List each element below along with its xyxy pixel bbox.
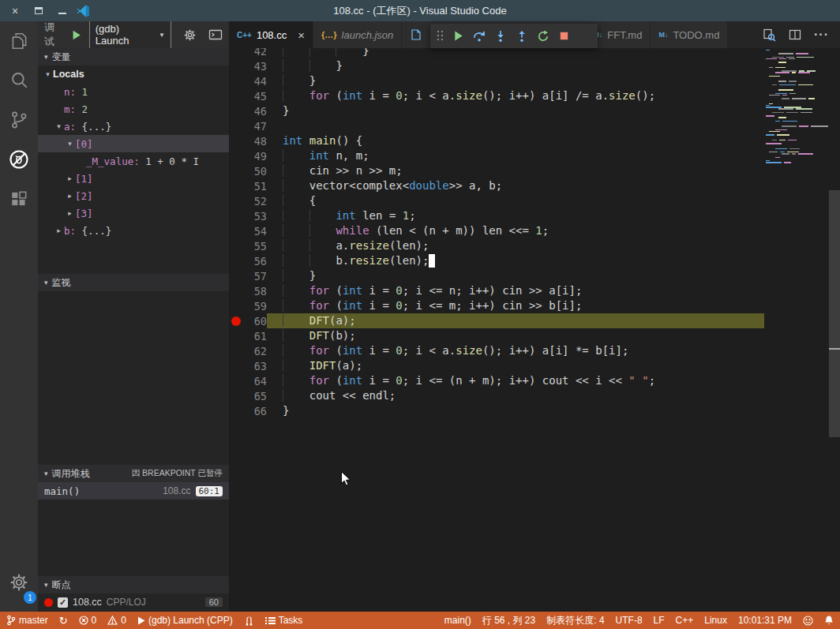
status-os[interactable]: Linux (704, 615, 727, 626)
code-line[interactable]: 56 b.resize(len); (229, 253, 764, 268)
more-actions-icon[interactable]: ··· (814, 28, 829, 42)
variable-row[interactable]: ▾a: {...} (38, 118, 229, 135)
code-line[interactable]: 57 } (229, 268, 764, 283)
code-line[interactable]: 61 DFT(b); (229, 328, 764, 343)
debug-icon[interactable] (0, 140, 38, 179)
scrollbar-slider[interactable] (829, 190, 840, 437)
code-line[interactable]: 62 for (int i = 0; i < a.size(); i++) a[… (229, 343, 764, 358)
twisty-icon[interactable]: ▾ (43, 70, 53, 78)
code-line[interactable]: 49 int n, m; (229, 148, 764, 163)
variables-header[interactable]: ▾ 变量 (38, 48, 229, 66)
twisty-icon[interactable]: ▾ (65, 140, 75, 148)
status-notifications[interactable] (824, 616, 834, 626)
step-into-button[interactable] (494, 30, 507, 43)
code-line[interactable]: 50 cin >> n >> m; (229, 163, 764, 178)
open-preview-icon[interactable] (763, 28, 776, 42)
code-line[interactable]: 44 } (229, 73, 764, 88)
status-feedback[interactable] (803, 616, 813, 626)
status-current-function[interactable]: main() (444, 615, 471, 626)
breakpoint-row[interactable]: ✓ 108.cc CPP/LOJ 60 (38, 593, 229, 611)
code-line[interactable]: 60 DFT(a); (229, 313, 764, 328)
continue-button[interactable] (452, 30, 464, 42)
code-line[interactable]: 65 cout << endl; (229, 388, 764, 403)
minimize-window-icon[interactable] (57, 6, 68, 17)
breakpoints-header[interactable]: ▾ 断点 (38, 576, 229, 593)
drag-handle[interactable] (437, 31, 444, 41)
twisty-icon[interactable]: ▸ (65, 174, 75, 182)
code-line[interactable]: 66} (229, 403, 764, 418)
status-extension-hook[interactable] (244, 616, 254, 626)
restart-button[interactable] (537, 30, 549, 43)
code-line[interactable]: 42 } (229, 48, 764, 58)
split-editor-icon[interactable] (789, 28, 801, 41)
search-icon[interactable] (0, 61, 38, 100)
status-errors[interactable]: 0 (79, 615, 97, 626)
status-encoding[interactable]: UTF-8 (616, 615, 643, 626)
close-tab-icon[interactable]: × (298, 28, 305, 42)
code-line[interactable]: 47 (229, 118, 764, 133)
status-tasks[interactable]: Tasks (265, 615, 303, 626)
settings-gear-icon[interactable]: 1 (0, 563, 38, 602)
minimap[interactable] (764, 50, 829, 163)
close-window-icon[interactable]: × (9, 6, 21, 17)
watch-header[interactable]: ▾ 监视 (38, 274, 229, 291)
maximize-window-icon[interactable] (33, 6, 44, 17)
code-line[interactable]: 59 for (int i = 0; i <= m; i++) cin >> b… (229, 298, 764, 313)
code-line[interactable]: 52 { (229, 193, 764, 208)
source-control-icon[interactable] (0, 100, 38, 140)
status-clock[interactable]: 10:01:31 PM (738, 615, 792, 626)
status-warnings[interactable]: 0 (107, 615, 126, 626)
twisty-icon[interactable]: ▸ (65, 209, 75, 217)
twisty-icon[interactable]: ▸ (54, 227, 64, 234)
status-cursor-position[interactable]: 行 56 , 列 23 (482, 614, 535, 627)
breakpoint-dot-icon[interactable] (229, 316, 243, 326)
code-line[interactable]: 51 vector<complex<double>> a, b; (229, 178, 764, 193)
variable-row[interactable]: ▾Locals (38, 66, 229, 83)
code-line[interactable]: 48int main() { (229, 133, 764, 148)
debug-start-icon[interactable] (71, 29, 82, 41)
status-language-mode[interactable]: C++ (676, 615, 694, 626)
status-eol[interactable]: LF (654, 615, 665, 626)
step-over-button[interactable] (473, 30, 486, 43)
status-sync[interactable]: ↻ (59, 615, 68, 627)
variable-row[interactable]: _M_value: 1 + 0 * I (38, 152, 229, 170)
line-number: 47 (243, 120, 267, 133)
extensions-icon[interactable] (0, 179, 38, 219)
call-stack-header[interactable]: ▾ 调用堆栈 因 BREAKPOINT 已暂停 (38, 465, 229, 482)
variable-row[interactable]: ▸[1] (38, 170, 229, 187)
variable-row[interactable]: ▸[3] (38, 204, 229, 222)
code-editor[interactable]: 42 }43 }44 }45 for (int i = 0; i < a.siz… (229, 48, 840, 612)
code-line[interactable]: 58 for (int i = 0; i <= n; i++) cin >> a… (229, 283, 764, 298)
breakpoint-checkbox[interactable]: ✓ (58, 597, 68, 608)
twisty-icon[interactable]: ▾ (54, 122, 64, 130)
code-line[interactable]: 45 for (int i = 0; i < a.size(); i++) a[… (229, 88, 764, 103)
variable-row[interactable]: n: 1 (38, 83, 229, 100)
status-tab-size[interactable]: 制表符长度: 4 (546, 614, 604, 627)
stop-button[interactable] (558, 30, 570, 42)
debug-console-icon[interactable] (208, 28, 223, 41)
variable-row[interactable]: ▸b: {...} (38, 222, 229, 239)
step-out-button[interactable] (516, 30, 528, 43)
tab-launch-json[interactable]: {…} launch.json (313, 21, 402, 48)
configure-gear-icon[interactable] (183, 28, 197, 42)
editor-scrollbar[interactable] (829, 48, 840, 612)
stack-frame-row[interactable]: main() 108.cc 60:1 (38, 482, 229, 500)
debug-config-dropdown[interactable]: (gdb) Launch ▼ (89, 21, 171, 49)
variable-name: [1] (75, 173, 93, 185)
code-line[interactable]: 63 IDFT(a); (229, 358, 764, 373)
variable-row[interactable]: m: 2 (38, 100, 229, 118)
tab-108cc[interactable]: C++ 108.cc × (229, 21, 313, 48)
tab-todo-md[interactable]: M↓ TODO.md (651, 21, 728, 48)
status-git-branch[interactable]: master (6, 615, 48, 626)
explorer-icon[interactable] (0, 21, 38, 61)
code-line[interactable]: 54 while (len < (n + m)) len <<= 1; (229, 223, 764, 238)
code-line[interactable]: 46} (229, 103, 764, 118)
variable-row[interactable]: ▸[2] (38, 187, 229, 204)
code-line[interactable]: 43 } (229, 58, 764, 73)
code-line[interactable]: 55 a.resize(len); (229, 238, 764, 253)
variable-row[interactable]: ▾[0] (38, 135, 229, 152)
code-line[interactable]: 64 for (int i = 0; i <= (n + m); i++) co… (229, 373, 764, 388)
code-line[interactable]: 53 int len = 1; (229, 208, 764, 223)
twisty-icon[interactable]: ▸ (65, 192, 75, 200)
status-debug-launch[interactable]: (gdb) Launch (CPP) (137, 615, 233, 626)
